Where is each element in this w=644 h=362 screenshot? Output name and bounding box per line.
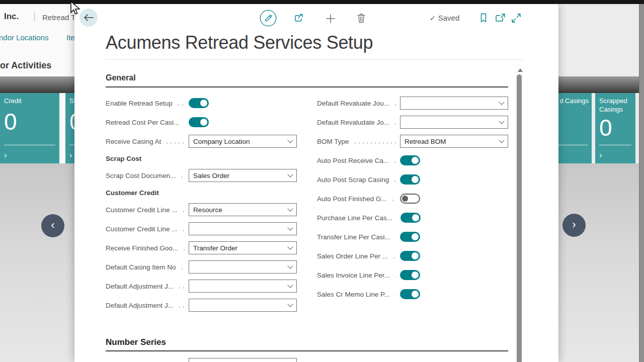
toggle-sales-order-line-per[interactable] bbox=[400, 251, 420, 261]
new-button[interactable] bbox=[326, 14, 336, 24]
chevron-down-icon bbox=[287, 244, 293, 249]
toggle-transfer-line-per-casi[interactable] bbox=[400, 232, 420, 242]
combobox-customer-credit-line[interactable]: Resource bbox=[189, 203, 297, 216]
combobox-receive-finished-goo[interactable]: Transfer Order bbox=[189, 241, 297, 254]
field-control bbox=[400, 174, 508, 185]
scroll-up-arrow-icon[interactable] bbox=[518, 68, 523, 72]
field-label: Retread Cost Per Casi... bbox=[106, 119, 179, 126]
field-row: Receive Casing AtCompany Location bbox=[106, 132, 297, 151]
toggle-auto-post-receive-ca[interactable] bbox=[400, 155, 420, 165]
background-right-strip: d Casings › Scrapped Casings 0 › › bbox=[558, 4, 644, 362]
toggle-enable-retread-setup[interactable] bbox=[189, 98, 209, 108]
combobox-default-adjustment-j[interactable] bbox=[189, 280, 297, 293]
field-control bbox=[189, 117, 297, 127]
cue-tile-scrapped-casings[interactable]: Scrapped Casings 0 › bbox=[595, 93, 635, 163]
dotted-leader bbox=[178, 306, 185, 308]
toggle-sales-invoice-line-per[interactable] bbox=[400, 270, 420, 280]
combobox-default-casing-item-no[interactable] bbox=[189, 260, 297, 274]
cue-tile-credit[interactable]: Credit 0 › bbox=[0, 93, 59, 163]
number-series-combobox[interactable] bbox=[189, 358, 297, 362]
bookmark-icon bbox=[479, 13, 488, 23]
field-row: Retread Cost Per Casi... bbox=[106, 113, 297, 132]
open-in-new-window-button[interactable] bbox=[495, 13, 506, 23]
tile-value: 0 bbox=[599, 114, 613, 141]
background-dark-band bbox=[558, 76, 644, 93]
bookmark-button[interactable] bbox=[479, 13, 488, 23]
toggle-sales-cr-memo-line-p[interactable] bbox=[400, 289, 420, 299]
back-arrow-icon bbox=[84, 14, 94, 22]
field-label: Auto Post Scrap Casing bbox=[317, 176, 389, 184]
toggle-auto-post-finished-g[interactable] bbox=[400, 194, 420, 204]
tile-value: 0 bbox=[69, 108, 74, 135]
subsection-header-scrap-cost: Scrap Cost bbox=[106, 151, 297, 166]
section-header-number-series[interactable]: Number Series bbox=[106, 337, 166, 347]
field-control bbox=[189, 299, 297, 312]
edit-button[interactable] bbox=[260, 10, 277, 27]
dotted-leader bbox=[165, 142, 185, 144]
link-items[interactable]: Ite bbox=[66, 33, 74, 42]
field-row: Transfer Line Per Casi... bbox=[317, 227, 508, 246]
field-row: Enable Retread Setup bbox=[106, 94, 297, 113]
back-button[interactable] bbox=[79, 9, 98, 27]
chevron-down-icon bbox=[499, 118, 504, 124]
toggle-knob bbox=[412, 272, 419, 279]
chevron-down-icon bbox=[287, 282, 293, 288]
field-label: Receive Casing At bbox=[106, 138, 161, 145]
combobox-scrap-cost-documen[interactable]: Sales Order bbox=[189, 169, 297, 182]
toggle-auto-post-scrap-casing[interactable] bbox=[400, 174, 420, 185]
toggle-purchase-line-per-cas[interactable] bbox=[400, 213, 421, 223]
field-label: Sales Order Line Per ... bbox=[317, 252, 388, 260]
toggle-knob bbox=[200, 100, 207, 107]
cue-tile-st[interactable]: St 0 › bbox=[65, 93, 74, 163]
chevron-down-icon bbox=[499, 99, 504, 105]
combobox-customer-credit-line[interactable] bbox=[189, 222, 297, 235]
field-control bbox=[400, 270, 508, 280]
field-label: Transfer Line Per Casi... bbox=[317, 233, 390, 241]
field-control: Transfer Order bbox=[189, 241, 297, 254]
section-header-general[interactable]: General bbox=[106, 73, 136, 82]
expand-page-button[interactable] bbox=[511, 13, 521, 23]
tile-value: 0 bbox=[4, 108, 18, 135]
tile-label: d Casings bbox=[558, 97, 589, 106]
link-vendor-locations[interactable]: ndor Locations bbox=[0, 33, 48, 42]
field-label: BOM Type bbox=[317, 138, 349, 145]
chevron-down-icon bbox=[287, 225, 293, 230]
dotted-leader bbox=[183, 123, 185, 125]
background-lower-area bbox=[558, 163, 644, 362]
combobox-default-revaluate-jou[interactable] bbox=[400, 97, 508, 110]
chevron-down-icon bbox=[499, 137, 504, 143]
field-control: Company Location bbox=[189, 135, 297, 148]
carousel-prev-button[interactable]: ‹ bbox=[41, 214, 64, 237]
carousel-next-button[interactable]: › bbox=[562, 214, 586, 237]
field-control: Retread BOM bbox=[400, 135, 508, 148]
toggle-knob bbox=[412, 233, 419, 240]
combobox-bom-type[interactable]: Retread BOM bbox=[400, 135, 508, 148]
combobox-default-adjustment-j[interactable] bbox=[189, 299, 297, 312]
dotted-leader bbox=[182, 249, 185, 250]
toggle-retread-cost-per-casi[interactable] bbox=[189, 117, 209, 127]
field-row: Default Revaludate Jo... bbox=[317, 113, 508, 132]
field-label: Scrap Cost Documen... bbox=[106, 172, 176, 179]
share-button[interactable] bbox=[293, 13, 304, 24]
dotted-leader bbox=[393, 180, 396, 182]
pencil-icon bbox=[260, 10, 277, 27]
combobox-receive-casing-at[interactable]: Company Location bbox=[189, 135, 297, 148]
chevron-right-icon: › bbox=[4, 151, 7, 159]
browser-scrollbar[interactable] bbox=[639, 4, 644, 362]
expand-diagonal-icon bbox=[511, 13, 521, 23]
combobox-value: Transfer Order bbox=[193, 244, 237, 252]
nav-tab-retread[interactable]: Retread T bbox=[42, 13, 74, 22]
check-icon: ✓ bbox=[430, 14, 436, 22]
delete-button[interactable] bbox=[356, 13, 366, 24]
dotted-leader bbox=[182, 230, 185, 231]
cue-tile-casings[interactable]: d Casings › bbox=[558, 93, 592, 163]
field-row: Scrap Cost Documen...Sales Order bbox=[106, 166, 297, 185]
combobox-default-revaludate-jo[interactable] bbox=[400, 116, 508, 129]
chevron-right-icon: › bbox=[599, 151, 602, 159]
field-label: Default Adjustment J... bbox=[106, 283, 174, 290]
field-control bbox=[400, 97, 508, 110]
toggle-knob bbox=[412, 214, 419, 221]
field-control bbox=[189, 222, 297, 235]
pane-scrollbar-thumb[interactable] bbox=[517, 74, 522, 362]
tile-label: Credit bbox=[4, 97, 56, 106]
